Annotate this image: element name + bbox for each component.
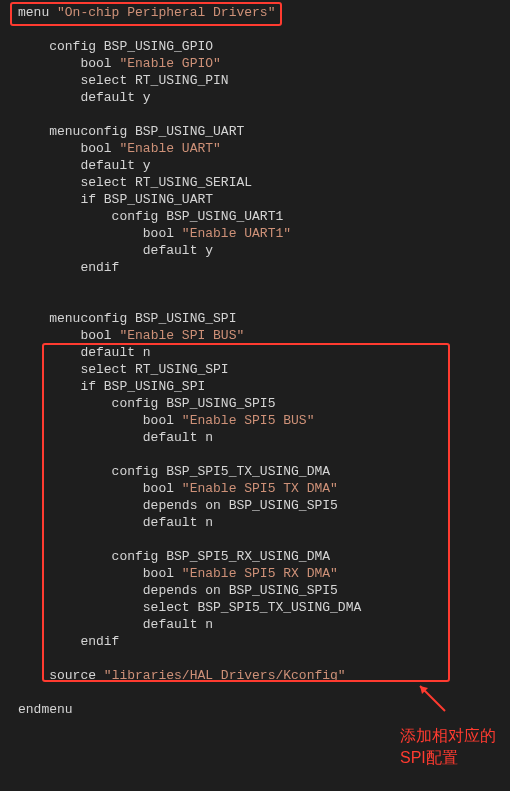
code-line: depends on BSP_USING_SPI5 xyxy=(0,497,510,514)
code-line xyxy=(0,293,510,310)
code-line: bool "Enable SPI5 RX DMA" xyxy=(0,565,510,582)
code-line: bool "Enable SPI BUS" xyxy=(0,327,510,344)
code-line: default y xyxy=(0,242,510,259)
code-line: config BSP_USING_GPIO xyxy=(0,38,510,55)
code-line: config BSP_SPI5_TX_USING_DMA xyxy=(0,463,510,480)
code-line: if BSP_USING_SPI xyxy=(0,378,510,395)
code-line: menu "On-chip Peripheral Drivers" xyxy=(0,4,510,21)
code-line: select RT_USING_SERIAL xyxy=(0,174,510,191)
code-line xyxy=(0,276,510,293)
code-line: source "libraries/HAL_Drivers/Kconfig" xyxy=(0,667,510,684)
code-line: default y xyxy=(0,157,510,174)
code-line xyxy=(0,21,510,38)
code-line: default y xyxy=(0,89,510,106)
code-line: endif xyxy=(0,259,510,276)
code-line: config BSP_USING_UART1 xyxy=(0,208,510,225)
code-line: menuconfig BSP_USING_UART xyxy=(0,123,510,140)
code-line: default n xyxy=(0,616,510,633)
code-line xyxy=(0,446,510,463)
code-line: config BSP_USING_SPI5 xyxy=(0,395,510,412)
code-line: config BSP_SPI5_RX_USING_DMA xyxy=(0,548,510,565)
code-line: bool "Enable UART" xyxy=(0,140,510,157)
code-line xyxy=(0,684,510,701)
code-line: depends on BSP_USING_SPI5 xyxy=(0,582,510,599)
code-line: menuconfig BSP_USING_SPI xyxy=(0,310,510,327)
code-line: select RT_USING_SPI xyxy=(0,361,510,378)
code-line: endmenu xyxy=(0,701,510,718)
code-line: endif xyxy=(0,633,510,650)
code-line: bool "Enable SPI5 BUS" xyxy=(0,412,510,429)
code-line: default n xyxy=(0,344,510,361)
code-line: select RT_USING_PIN xyxy=(0,72,510,89)
code-line xyxy=(0,531,510,548)
code-line xyxy=(0,650,510,667)
annotation-text: 添加相对应的SPI配置 xyxy=(400,725,500,769)
code-line: if BSP_USING_UART xyxy=(0,191,510,208)
code-line: default n xyxy=(0,429,510,446)
code-line: bool "Enable GPIO" xyxy=(0,55,510,72)
code-line: select BSP_SPI5_TX_USING_DMA xyxy=(0,599,510,616)
code-line: default n xyxy=(0,514,510,531)
code-line: bool "Enable UART1" xyxy=(0,225,510,242)
kconfig-source: menu "On-chip Peripheral Drivers" config… xyxy=(0,0,510,718)
code-line: bool "Enable SPI5 TX DMA" xyxy=(0,480,510,497)
code-line xyxy=(0,106,510,123)
